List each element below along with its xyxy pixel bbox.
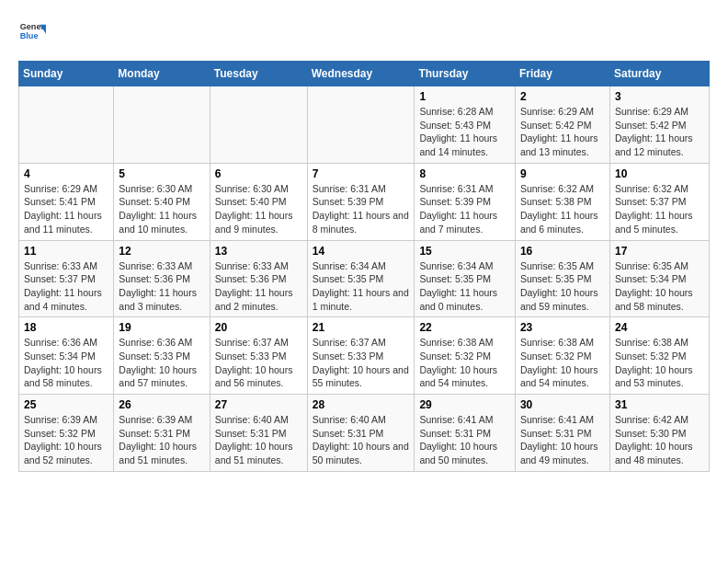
day-of-week-header: Wednesday [307, 62, 415, 86]
day-of-week-header: Friday [515, 62, 609, 86]
day-info: Sunrise: 6:42 AM Sunset: 5:30 PM Dayligh… [615, 413, 704, 467]
day-number: 24 [615, 321, 704, 334]
day-number: 1 [419, 90, 510, 103]
day-number: 9 [520, 167, 605, 180]
day-number: 3 [615, 90, 704, 103]
day-number: 26 [119, 398, 204, 411]
calendar-week-row: 11Sunrise: 6:33 AM Sunset: 5:37 PM Dayli… [19, 240, 710, 317]
day-number: 29 [419, 398, 510, 411]
day-info: Sunrise: 6:33 AM Sunset: 5:36 PM Dayligh… [119, 259, 204, 314]
day-info: Sunrise: 6:41 AM Sunset: 5:31 PM Dayligh… [419, 413, 510, 467]
day-info: Sunrise: 6:34 AM Sunset: 5:35 PM Dayligh… [313, 259, 410, 314]
day-info: Sunrise: 6:37 AM Sunset: 5:33 PM Dayligh… [215, 336, 302, 390]
day-of-week-header: Sunday [19, 62, 114, 86]
logo-icon: General Blue [18, 18, 46, 46]
calendar-cell: 26Sunrise: 6:39 AM Sunset: 5:31 PM Dayli… [114, 395, 210, 472]
calendar-cell: 20Sunrise: 6:37 AM Sunset: 5:33 PM Dayli… [210, 317, 307, 395]
day-number: 21 [313, 321, 410, 334]
calendar-cell: 15Sunrise: 6:34 AM Sunset: 5:35 PM Dayli… [415, 240, 516, 317]
day-info: Sunrise: 6:29 AM Sunset: 5:41 PM Dayligh… [24, 182, 108, 236]
calendar-week-row: 18Sunrise: 6:36 AM Sunset: 5:34 PM Dayli… [19, 317, 710, 395]
calendar-cell [210, 86, 307, 164]
calendar-cell: 27Sunrise: 6:40 AM Sunset: 5:31 PM Dayli… [210, 395, 307, 472]
day-number: 16 [520, 245, 605, 258]
day-info: Sunrise: 6:37 AM Sunset: 5:33 PM Dayligh… [313, 336, 410, 390]
calendar-cell: 13Sunrise: 6:33 AM Sunset: 5:36 PM Dayli… [210, 240, 307, 317]
day-info: Sunrise: 6:35 AM Sunset: 5:35 PM Dayligh… [520, 259, 605, 314]
calendar-cell: 12Sunrise: 6:33 AM Sunset: 5:36 PM Dayli… [114, 240, 210, 317]
calendar-cell: 30Sunrise: 6:41 AM Sunset: 5:31 PM Dayli… [515, 395, 609, 472]
calendar-cell [19, 86, 114, 164]
calendar-cell: 28Sunrise: 6:40 AM Sunset: 5:31 PM Dayli… [307, 395, 415, 472]
calendar-cell: 2Sunrise: 6:29 AM Sunset: 5:42 PM Daylig… [515, 86, 609, 164]
calendar-cell: 8Sunrise: 6:31 AM Sunset: 5:39 PM Daylig… [415, 163, 516, 240]
day-info: Sunrise: 6:38 AM Sunset: 5:32 PM Dayligh… [520, 336, 605, 390]
calendar-cell: 9Sunrise: 6:32 AM Sunset: 5:38 PM Daylig… [515, 163, 609, 240]
calendar-cell: 6Sunrise: 6:30 AM Sunset: 5:40 PM Daylig… [210, 163, 307, 240]
calendar-cell: 5Sunrise: 6:30 AM Sunset: 5:40 PM Daylig… [114, 163, 210, 240]
day-info: Sunrise: 6:41 AM Sunset: 5:31 PM Dayligh… [520, 413, 605, 467]
calendar-cell: 23Sunrise: 6:38 AM Sunset: 5:32 PM Dayli… [515, 317, 609, 395]
day-info: Sunrise: 6:36 AM Sunset: 5:33 PM Dayligh… [119, 336, 204, 390]
calendar-cell: 18Sunrise: 6:36 AM Sunset: 5:34 PM Dayli… [19, 317, 114, 395]
day-number: 15 [419, 245, 510, 258]
logo: General Blue [18, 18, 46, 46]
day-info: Sunrise: 6:38 AM Sunset: 5:32 PM Dayligh… [419, 336, 510, 390]
day-of-week-header: Monday [114, 62, 210, 86]
day-info: Sunrise: 6:36 AM Sunset: 5:34 PM Dayligh… [24, 336, 108, 390]
day-info: Sunrise: 6:40 AM Sunset: 5:31 PM Dayligh… [215, 413, 302, 467]
calendar-cell: 16Sunrise: 6:35 AM Sunset: 5:35 PM Dayli… [515, 240, 609, 317]
day-info: Sunrise: 6:29 AM Sunset: 5:42 PM Dayligh… [615, 105, 704, 159]
day-info: Sunrise: 6:38 AM Sunset: 5:32 PM Dayligh… [615, 336, 704, 390]
day-info: Sunrise: 6:33 AM Sunset: 5:37 PM Dayligh… [24, 259, 108, 314]
day-info: Sunrise: 6:32 AM Sunset: 5:37 PM Dayligh… [615, 182, 704, 236]
day-info: Sunrise: 6:35 AM Sunset: 5:34 PM Dayligh… [615, 259, 704, 314]
calendar-cell: 10Sunrise: 6:32 AM Sunset: 5:37 PM Dayli… [609, 163, 709, 240]
day-number: 23 [520, 321, 605, 334]
calendar-cell [307, 86, 415, 164]
day-info: Sunrise: 6:31 AM Sunset: 5:39 PM Dayligh… [419, 182, 510, 236]
day-info: Sunrise: 6:39 AM Sunset: 5:32 PM Dayligh… [24, 413, 108, 467]
calendar-week-row: 1Sunrise: 6:28 AM Sunset: 5:43 PM Daylig… [19, 86, 710, 164]
calendar-cell: 24Sunrise: 6:38 AM Sunset: 5:32 PM Dayli… [609, 317, 709, 395]
day-number: 13 [215, 245, 302, 258]
svg-text:Blue: Blue [20, 31, 39, 40]
day-number: 10 [615, 167, 704, 180]
day-of-week-header: Tuesday [210, 62, 307, 86]
calendar-cell: 4Sunrise: 6:29 AM Sunset: 5:41 PM Daylig… [19, 163, 114, 240]
calendar-cell: 22Sunrise: 6:38 AM Sunset: 5:32 PM Dayli… [415, 317, 516, 395]
day-number: 11 [24, 245, 108, 258]
calendar-cell: 19Sunrise: 6:36 AM Sunset: 5:33 PM Dayli… [114, 317, 210, 395]
calendar-cell: 25Sunrise: 6:39 AM Sunset: 5:32 PM Dayli… [19, 395, 114, 472]
calendar-table: SundayMondayTuesdayWednesdayThursdayFrid… [18, 61, 710, 472]
calendar-week-row: 4Sunrise: 6:29 AM Sunset: 5:41 PM Daylig… [19, 163, 710, 240]
day-info: Sunrise: 6:29 AM Sunset: 5:42 PM Dayligh… [520, 105, 605, 159]
day-number: 4 [24, 167, 108, 180]
day-info: Sunrise: 6:30 AM Sunset: 5:40 PM Dayligh… [119, 182, 204, 236]
calendar-header-row: SundayMondayTuesdayWednesdayThursdayFrid… [19, 62, 710, 86]
day-info: Sunrise: 6:34 AM Sunset: 5:35 PM Dayligh… [419, 259, 510, 314]
day-info: Sunrise: 6:30 AM Sunset: 5:40 PM Dayligh… [215, 182, 302, 236]
calendar-cell: 1Sunrise: 6:28 AM Sunset: 5:43 PM Daylig… [415, 86, 516, 164]
day-info: Sunrise: 6:32 AM Sunset: 5:38 PM Dayligh… [520, 182, 605, 236]
day-number: 6 [215, 167, 302, 180]
day-number: 8 [419, 167, 510, 180]
day-number: 25 [24, 398, 108, 411]
calendar-cell: 3Sunrise: 6:29 AM Sunset: 5:42 PM Daylig… [609, 86, 709, 164]
day-number: 20 [215, 321, 302, 334]
day-number: 22 [419, 321, 510, 334]
day-info: Sunrise: 6:40 AM Sunset: 5:31 PM Dayligh… [313, 413, 410, 467]
day-info: Sunrise: 6:28 AM Sunset: 5:43 PM Dayligh… [419, 105, 510, 159]
day-number: 31 [615, 398, 704, 411]
day-number: 7 [313, 167, 410, 180]
day-number: 2 [520, 90, 605, 103]
day-number: 14 [313, 245, 410, 258]
calendar-week-row: 25Sunrise: 6:39 AM Sunset: 5:32 PM Dayli… [19, 395, 710, 472]
calendar-cell: 21Sunrise: 6:37 AM Sunset: 5:33 PM Dayli… [307, 317, 415, 395]
calendar-cell: 7Sunrise: 6:31 AM Sunset: 5:39 PM Daylig… [307, 163, 415, 240]
day-number: 30 [520, 398, 605, 411]
day-info: Sunrise: 6:33 AM Sunset: 5:36 PM Dayligh… [215, 259, 302, 314]
calendar-cell: 14Sunrise: 6:34 AM Sunset: 5:35 PM Dayli… [307, 240, 415, 317]
calendar-cell: 17Sunrise: 6:35 AM Sunset: 5:34 PM Dayli… [609, 240, 709, 317]
day-info: Sunrise: 6:39 AM Sunset: 5:31 PM Dayligh… [119, 413, 204, 467]
